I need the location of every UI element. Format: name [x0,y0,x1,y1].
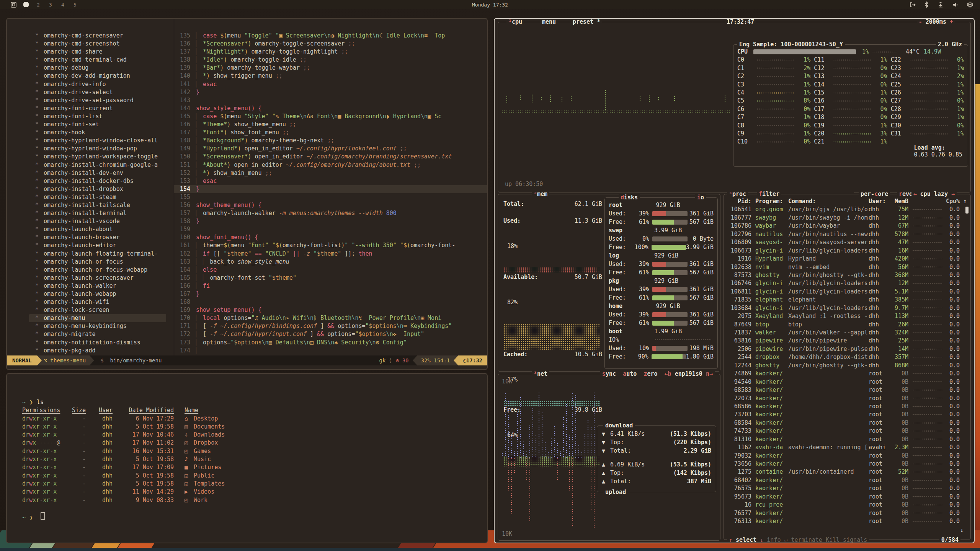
entry-name[interactable]: ⌂Desktop [174,415,218,423]
process-row[interactable]: 106777 swaybg /usr/bin/swaybg -i /hom dh… [724,214,970,222]
shell-prompt-line-2[interactable]: ~❯ [22,512,487,520]
file-item[interactable]: *omarchy-migrate [7,330,173,338]
file-item[interactable]: *omarchy-install-terminal [7,209,173,217]
process-row[interactable]: 2506 pipewire /usr/bin/pipewire-pulse dh… [724,345,970,353]
process-row[interactable]: 106809 swayosd- /usr/bin/swayosd-server … [724,238,970,246]
process-row[interactable]: 2544 dropbox /home/dhh/.dropbox-dist dhh… [724,353,970,361]
file-item[interactable]: *omarchy-drive-set-password [7,96,173,104]
scroll-down-icon[interactable]: ↓ [960,527,964,533]
file-item[interactable]: *omarchy-install-chromium-google-a [7,161,173,169]
process-row[interactable]: 106786 waybar /usr/bin/waybar dhh 67M 0.… [724,222,970,230]
process-row[interactable]: 71837 walker /usr/bin/walker --gappl dhh… [724,329,970,337]
process-row[interactable]: 63816 pipewire /usr/bin/pipewire dhh 25M… [724,337,970,345]
file-item[interactable]: *omarchy-launch-wifi [7,298,173,306]
file-item[interactable]: *omarchy-launch-editor [7,241,173,249]
sort-selector[interactable]: ← cpu lazy → [911,190,957,198]
file-item[interactable]: *omarchy-install-dev-env [7,169,173,177]
filter-button[interactable]: filter [757,190,781,198]
file-item[interactable]: *omarchy-launch-screensaver [7,274,173,282]
process-row[interactable]: 87649 btop btop dhh 26M 0.0 [724,321,970,329]
process-row[interactable]: 81310 kworker/ root 0B 0.0 [724,435,970,443]
process-row[interactable]: 106811 glycin-i /usr/lib/glycin-loaders … [724,288,970,296]
file-item[interactable]: *omarchy-notification-dismiss [7,339,173,347]
file-item[interactable]: *omarchy-install-steam [7,193,173,201]
file-item[interactable]: *omarchy-font-current [7,104,173,112]
file-item[interactable]: *omarchy-launch-or-focus-webapp [7,266,173,274]
file-item[interactable]: *omarchy-install-tailscale [7,201,173,209]
process-row[interactable]: 74733 kworker/ root 0B 0.0 [724,427,970,435]
poll-rate-control[interactable]: - 2000ms + [917,18,955,26]
process-row[interactable]: 68584 kworker/ root 0B 0.0 [724,419,970,427]
per-core-toggle[interactable]: per-core [859,190,890,198]
process-row[interactable]: 68402 kworker/ root 0B 0.0 [724,476,970,484]
process-row[interactable]: 12244 ghostty /usr/bin/ghostty --gtk- dh… [724,362,970,370]
file-item[interactable]: *omarchy-font-list [7,112,173,121]
file-item[interactable]: *omarchy-launch-or-focus [7,258,173,266]
entry-name[interactable]: ◰Work [174,496,207,504]
process-row[interactable]: 71835 elephant elephant dhh 385M 0.0 [724,296,970,304]
sort-arrow-icon[interactable]: ↑ [960,197,967,205]
process-row[interactable]: 73703 kworker/ root 0B 0.0 [724,411,970,419]
process-row[interactable]: 74869 kworker/ root 0B 0.0 [724,370,970,378]
process-row[interactable]: 73656 kworker/ root 0B 0.0 [724,460,970,468]
entry-name[interactable]: ▤Documents [174,423,225,431]
entry-name[interactable]: ▶Videos [174,488,214,496]
process-row[interactable]: 94540 kworker/ root 0B 0.0 [724,378,970,386]
proc-tab[interactable]: ⁴proc [727,190,748,198]
process-row[interactable]: 72073 kworker/ root 0B 0.0 [724,395,970,403]
code-pane[interactable]: 135▏ case $(menu "Toggle" "▣ Screensaver… [174,19,487,355]
process-row[interactable]: 103684 glycin-i /usr/lib/glycin-loaders … [724,304,970,312]
net-tab[interactable]: ³net [532,370,549,378]
entry-name[interactable]: ⇩Downloads [174,431,225,439]
process-row[interactable]: 68586 kworker/ root 0B 0.0 [724,403,970,411]
file-item[interactable]: *omarchy-hyprland-workspace-toggle [7,153,173,161]
file-item[interactable]: *omarchy-dev-add-migration [7,72,173,80]
file-item[interactable]: *omarchy-menu [29,314,166,322]
entry-name[interactable]: ◰Dropbox [174,439,218,447]
process-row[interactable]: 79032 kworker/ root 0B 0.0 [724,452,970,460]
file-item[interactable]: *omarchy-hyprland-window-pop [7,145,173,153]
process-row[interactable]: 1162 avahi-da avahi-daemon: running [ av… [724,443,970,452]
file-item[interactable]: *omarchy-launch-floating-terminal- [7,250,173,258]
process-row[interactable]: 1275 containe /usr/bin/containerd root 5… [724,468,970,476]
file-item[interactable]: *omarchy-drive-info [7,80,173,88]
io-tab[interactable]: io [695,194,706,201]
preset-button[interactable]: preset * [571,18,602,26]
file-item[interactable]: *omarchy-drive-select [7,88,173,96]
entry-name[interactable]: ▦Pictures [174,463,221,471]
file-item[interactable]: *omarchy-menu-keybindings [7,322,173,330]
process-row[interactable]: 106746 glycin-i /usr/lib/glycin-loaders … [724,279,970,287]
process-row[interactable]: 1916 Hyprland Hyprland dhh 420M 0.0 [724,255,970,263]
file-item[interactable]: *omarchy-lock-screen [7,306,173,314]
entry-name[interactable]: ◱Public [174,472,214,480]
process-row[interactable]: 76313 kworker/ root 0B 0.0 [724,517,970,525]
process-row[interactable]: 76575 kworker/ root 0B 0.0 [724,484,970,492]
file-item[interactable]: *omarchy-install-docker-dbs [7,177,173,185]
file-item[interactable]: *omarchy-launch-about [7,225,173,233]
cpu-tab[interactable]: ¹cpu [506,18,524,26]
file-item[interactable]: *omarchy-install-vscode [7,217,173,225]
process-row[interactable]: 16 rcu_pree root 0B 0.0 [724,501,970,509]
file-item[interactable]: *omarchy-cmd-share [7,48,173,56]
proc-footer-keys[interactable]: ↑ select ↓ info ↵ terminate Kill signals [727,536,869,543]
disks-tab[interactable]: disks [619,194,640,201]
file-item[interactable]: *omarchy-hyprland-window-close-all [7,137,173,145]
file-item[interactable]: *omarchy-launch-browser [7,233,173,241]
process-row[interactable]: 2075 Xwayland Xwayland :1 -rootless - dh… [724,312,970,320]
file-item[interactable]: *omarchy-install-dropbox [7,185,173,193]
filter-input[interactable] [781,190,854,194]
file-item[interactable]: *omarchy-font-set [7,121,173,129]
file-item[interactable]: *omarchy-cmd-screensaver [7,32,173,40]
entry-name[interactable]: ◰Games [174,447,211,455]
file-item[interactable]: *omarchy-launch-webapp [7,290,173,298]
menu-button[interactable]: menu [540,18,558,26]
mem-tab[interactable]: ²mem [532,190,549,198]
file-item[interactable]: *omarchy-cmd-screenshot [7,40,173,48]
process-row[interactable]: 102796 nautilus /usr/bin/nautilus --new … [724,230,970,238]
file-item[interactable]: *omarchy-pkg-add [7,347,173,355]
entry-name[interactable]: ◱Templates [174,480,225,488]
process-row[interactable]: 106673 glycin-i /usr/lib/glycin-loaders … [724,247,970,255]
process-row[interactable]: 68583 kworker/ root 0B 0.0 [724,386,970,394]
process-row[interactable]: 76577 kworker/ root 0B 0.0 [724,509,970,517]
file-item[interactable]: *omarchy-cmd-terminal-cwd [7,56,173,64]
